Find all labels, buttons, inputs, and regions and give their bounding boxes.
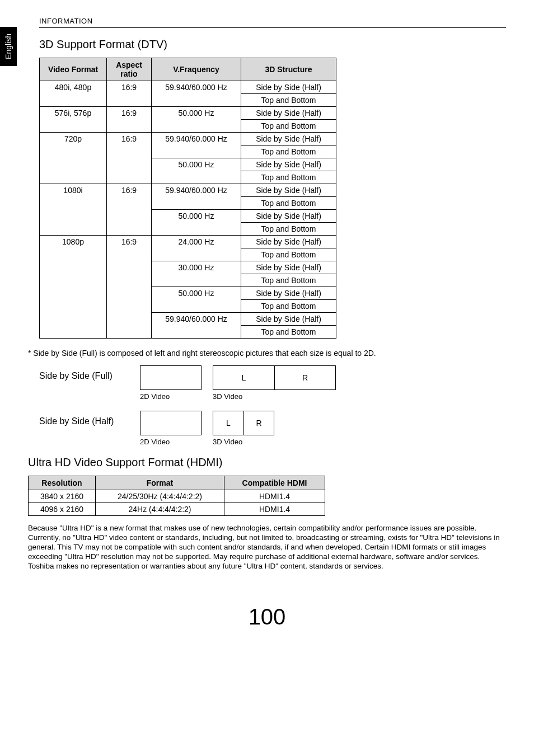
box-3d-half: L R (213, 411, 274, 435)
caption-2d: 2D Video (140, 438, 170, 446)
td: Top and Bottom (241, 197, 336, 210)
td: 30.000 Hz (152, 261, 241, 274)
td: Top and Bottom (241, 120, 336, 133)
table-3d-support: Video Format Aspect ratio V.Fraquency 3D… (39, 58, 336, 339)
td (107, 274, 152, 287)
td (40, 120, 107, 133)
td (40, 94, 107, 107)
td (40, 326, 107, 339)
td: 4096 x 2160 (29, 503, 96, 516)
caption-2d: 2D Video (140, 392, 170, 401)
td: Side by Side (Half) (241, 236, 336, 248)
td: 50.000 Hz (152, 210, 241, 223)
td: Top and Bottom (241, 94, 336, 107)
td (40, 223, 107, 236)
td: Side by Side (Half) (241, 261, 336, 274)
td: Side by Side (Half) (241, 313, 336, 326)
td: 16:9 (107, 236, 152, 248)
td (40, 158, 107, 171)
diagram-side-by-side-half: Side by Side (Half) 2D Video L R 3D Vide… (39, 411, 506, 446)
td: 720p (40, 133, 107, 145)
td (152, 120, 241, 133)
td: Side by Side (Half) (241, 107, 336, 120)
td: Side by Side (Half) (241, 210, 336, 223)
th-resolution: Resolution (29, 476, 96, 490)
td (152, 171, 241, 184)
td: Side by Side (Half) (241, 184, 336, 197)
diagram-side-by-side-full: Side by Side (Full) 2D Video L R 3D Vide… (39, 365, 506, 401)
th-3d-structure: 3D Structure (241, 58, 336, 81)
th-format: Format (96, 476, 224, 490)
td: Top and Bottom (241, 326, 336, 339)
td (107, 313, 152, 326)
td: 50.000 Hz (152, 287, 241, 300)
td (107, 326, 152, 339)
td: Side by Side (Half) (241, 81, 336, 94)
td: HDMI1.4 (224, 490, 325, 503)
td: 24Hz (4:4:4/4:2:2) (96, 503, 224, 516)
td (40, 300, 107, 313)
td (40, 197, 107, 210)
td (152, 274, 241, 287)
td: 16:9 (107, 81, 152, 94)
td: 59.940/60.000 Hz (152, 133, 241, 145)
half-R: R (274, 366, 335, 389)
td: 24/25/30Hz (4:4:4/4:2:2) (96, 490, 224, 503)
td: 480i, 480p (40, 81, 107, 94)
td: 50.000 Hz (152, 158, 241, 171)
td: Side by Side (Half) (241, 287, 336, 300)
td (40, 287, 107, 300)
td (152, 197, 241, 210)
td: Side by Side (Half) (241, 133, 336, 145)
td: 59.940/60.000 Hz (152, 313, 241, 326)
language-tab-label: English (4, 34, 13, 59)
td: 1080p (40, 236, 107, 248)
td (107, 210, 152, 223)
td (40, 210, 107, 223)
td (152, 223, 241, 236)
td: Top and Bottom (241, 274, 336, 287)
diagram-label-half: Side by Side (Half) (39, 411, 140, 426)
td: 24.000 Hz (152, 236, 241, 248)
td (107, 287, 152, 300)
td: Side by Side (Half) (241, 158, 336, 171)
td (152, 94, 241, 107)
half-L: L (213, 411, 243, 435)
td (152, 300, 241, 313)
td (107, 120, 152, 133)
td: 3840 x 2160 (29, 490, 96, 503)
td (107, 145, 152, 158)
td (152, 248, 241, 261)
th-compatible-hdmi: Compatible HDMI (224, 476, 325, 490)
td (152, 326, 241, 339)
td: 50.000 Hz (152, 107, 241, 120)
page-header: INFORMATION (39, 17, 506, 28)
td (40, 274, 107, 287)
td (40, 171, 107, 184)
td (107, 300, 152, 313)
td: HDMI1.4 (224, 503, 325, 516)
section-hdmi-title: Ultra HD Video Support Format (HDMI) (28, 456, 506, 469)
td (152, 145, 241, 158)
td: 576i, 576p (40, 107, 107, 120)
language-tab: English (0, 27, 17, 66)
td (107, 171, 152, 184)
td: 59.940/60.000 Hz (152, 81, 241, 94)
diagram-label-full: Side by Side (Full) (39, 365, 140, 381)
td (107, 261, 152, 274)
td: Top and Bottom (241, 145, 336, 158)
td: 16:9 (107, 184, 152, 197)
td: Top and Bottom (241, 300, 336, 313)
td (40, 261, 107, 274)
td: Top and Bottom (241, 248, 336, 261)
box-2d-half (140, 411, 202, 435)
td: 59.940/60.000 Hz (152, 184, 241, 197)
half-R: R (243, 411, 274, 435)
disclaimer: Because "Ultra HD" is a new format that … (28, 524, 506, 571)
td (107, 94, 152, 107)
section-3d-title: 3D Support Format (DTV) (39, 38, 506, 51)
td (40, 145, 107, 158)
td: 16:9 (107, 107, 152, 120)
half-L: L (213, 366, 274, 389)
td (40, 313, 107, 326)
